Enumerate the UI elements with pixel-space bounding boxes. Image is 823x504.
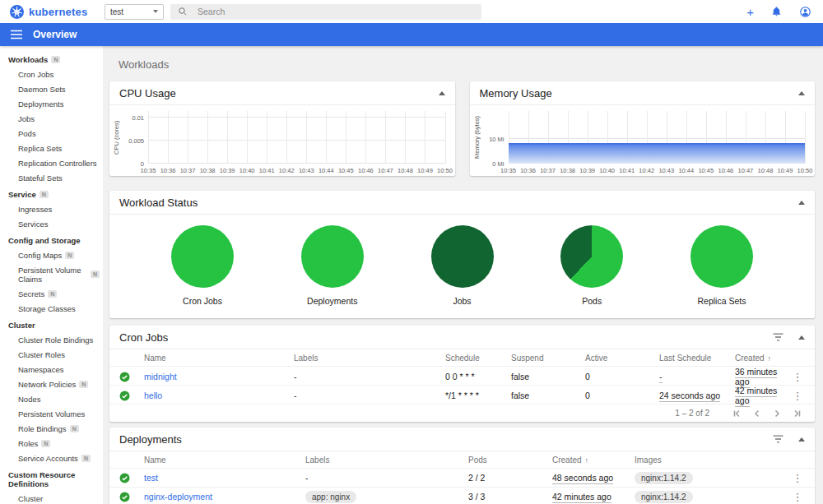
sidebar-item-replica-sets[interactable]: Replica Sets <box>0 141 103 155</box>
search-bar[interactable] <box>170 4 481 20</box>
sidebar-item-service-accounts[interactable]: Service AccountsN <box>0 451 103 465</box>
deployment-row-nginx-deployment: nginx-deploymentapp: nginx3 / 342 minute… <box>109 487 815 504</box>
sidebar-section-config-and-storage[interactable]: Config and Storage <box>0 233 103 247</box>
sidebar-item-pods[interactable]: Pods <box>0 126 103 141</box>
column-header-created[interactable]: Created↑ <box>735 354 787 363</box>
user-account-icon[interactable] <box>799 6 811 18</box>
row-actions-menu-icon[interactable]: ⋮ <box>787 492 808 502</box>
sidebar-section-workloads[interactable]: WorkloadsN <box>0 52 103 67</box>
pods-cell: 2 / 2 <box>468 473 552 483</box>
sidebar-section-cluster[interactable]: Cluster <box>0 317 103 332</box>
sidebar-item-storage-classes[interactable]: Storage Classes <box>0 301 103 316</box>
namespaced-badge: N <box>41 440 50 447</box>
column-header-images[interactable]: Images <box>635 455 787 465</box>
search-input[interactable] <box>196 6 474 17</box>
filter-icon[interactable] <box>773 333 783 341</box>
row-actions-menu-icon[interactable]: ⋮ <box>787 372 808 382</box>
sidebar-item-cluster-role-bindings[interactable]: Cluster Role Bindings <box>0 332 103 347</box>
sidebar-item-services[interactable]: Services <box>0 216 103 231</box>
cron-job-row-midnight: midnight-0 0 * * *false0-36 minutes ago⋮ <box>109 366 815 385</box>
x-tick-label: 10:39 <box>579 167 595 174</box>
cpu-y-axis-label: CPU (cores) <box>113 111 123 164</box>
last-page-icon[interactable] <box>787 409 807 418</box>
x-tick-label: 10:48 <box>758 167 774 174</box>
row-actions-menu-icon[interactable]: ⋮ <box>787 391 808 401</box>
suspend-cell: false <box>511 391 585 400</box>
sidebar-item-network-policies[interactable]: Network PoliciesN <box>0 377 103 391</box>
sidebar-item-cron-jobs[interactable]: Cron Jobs <box>0 67 103 81</box>
sidebar-item-cluster[interactable]: Cluster <box>0 491 103 504</box>
sidebar-label: Cluster <box>18 494 43 503</box>
gridline <box>385 111 386 164</box>
column-header-schedule[interactable]: Schedule <box>445 354 511 363</box>
column-header-name[interactable]: Name <box>144 455 305 465</box>
row-actions-menu-icon[interactable]: ⋮ <box>787 473 808 483</box>
collapse-icon[interactable] <box>798 335 805 340</box>
table-header-row: NameLabelsScheduleSuspendActiveLast Sche… <box>109 349 815 366</box>
sidebar-item-role-bindings[interactable]: Role BindingsN <box>0 421 103 436</box>
sidebar-section-custom-resource-definitions[interactable]: Custom Resource Definitions <box>0 467 103 491</box>
notifications-bell-icon[interactable] <box>771 6 782 17</box>
x-tick-label: 10:43 <box>658 167 674 174</box>
last-schedule-cell-value: - <box>659 372 663 383</box>
column-header-labels[interactable]: Labels <box>305 455 468 465</box>
sidebar-item-deployments[interactable]: Deployments <box>0 96 103 111</box>
column-label: Pods <box>468 455 487 465</box>
column-header-last-schedule[interactable]: Last Schedule <box>659 354 735 363</box>
collapse-icon[interactable] <box>798 91 805 95</box>
sidebar-label: Nodes <box>18 395 40 404</box>
sidebar-item-jobs[interactable]: Jobs <box>0 111 103 126</box>
namespace-selector[interactable]: test <box>105 4 164 20</box>
sidebar-label: Config Maps <box>18 251 62 260</box>
next-page-icon[interactable] <box>767 409 787 418</box>
namespaced-badge: N <box>79 381 88 388</box>
y-tick-label: 0.005 <box>128 137 144 145</box>
sidebar-item-daemon-sets[interactable]: Daemon Sets <box>0 81 103 96</box>
column-header-pods[interactable]: Pods <box>468 455 552 465</box>
sidebar-section-service[interactable]: ServiceN <box>0 187 103 201</box>
cpu-x-ticks: 10:3510:3610:3710:3810:3910:4010:4110:42… <box>148 164 445 175</box>
sidebar-label: Cluster <box>8 321 35 330</box>
app-bar: Overview <box>0 23 823 46</box>
hamburger-menu-icon[interactable] <box>11 30 22 39</box>
previous-page-icon[interactable] <box>747 409 767 418</box>
column-header-labels[interactable]: Labels <box>294 354 445 363</box>
cron-job-link-hello[interactable]: hello <box>144 391 162 400</box>
column-header-name[interactable]: Name <box>144 354 294 363</box>
column-header-created[interactable]: Created↑ <box>552 455 635 465</box>
kubernetes-brand[interactable]: kubernetes <box>10 5 92 19</box>
gridline <box>247 111 248 164</box>
x-tick-label: 10:39 <box>220 167 235 174</box>
cpu-y-ticks: 0.010.0050 <box>123 111 148 164</box>
sidebar-item-stateful-sets[interactable]: Stateful Sets <box>0 170 103 185</box>
column-header-suspend[interactable]: Suspend <box>511 354 585 363</box>
last-schedule-cell: - <box>659 372 735 381</box>
sort-ascending-icon: ↑ <box>585 456 589 465</box>
cron-jobs-title: Cron Jobs <box>119 331 773 344</box>
collapse-icon[interactable] <box>439 91 445 95</box>
sidebar-item-roles[interactable]: RolesN <box>0 436 103 451</box>
sidebar-item-persistent-volumes[interactable]: Persistent Volumes <box>0 406 103 421</box>
cron-job-link-midnight[interactable]: midnight <box>144 372 177 381</box>
sidebar-label: Config and Storage <box>8 236 81 245</box>
sidebar-item-cluster-roles[interactable]: Cluster Roles <box>0 347 103 362</box>
sidebar-item-namespaces[interactable]: Namespaces <box>0 362 103 377</box>
first-page-icon[interactable] <box>728 409 747 418</box>
active-cell: 0 <box>585 391 659 400</box>
sidebar-item-ingresses[interactable]: Ingresses <box>0 201 103 216</box>
namespaced-badge: N <box>51 56 60 63</box>
create-resource-icon[interactable]: + <box>746 6 754 18</box>
sidebar-item-nodes[interactable]: Nodes <box>0 391 103 406</box>
sidebar-item-replication-controllers[interactable]: Replication Controllers <box>0 155 103 170</box>
sidebar-item-config-maps[interactable]: Config MapsN <box>0 247 103 262</box>
cron-jobs-card: Cron Jobs NameLabelsScheduleSuspendActiv… <box>109 326 815 422</box>
column-header-active[interactable]: Active <box>585 354 659 363</box>
sidebar-label: Workloads <box>8 55 48 64</box>
sidebar-item-secrets[interactable]: SecretsN <box>0 286 103 301</box>
collapse-icon[interactable] <box>798 201 805 205</box>
deployment-link-test[interactable]: test <box>144 473 158 483</box>
collapse-icon[interactable] <box>798 437 805 442</box>
sidebar-item-persistent-volume-claims[interactable]: Persistent Volume ClaimsN <box>0 262 103 286</box>
deployment-link-nginx-deployment[interactable]: nginx-deployment <box>144 492 212 502</box>
filter-icon[interactable] <box>773 435 783 443</box>
